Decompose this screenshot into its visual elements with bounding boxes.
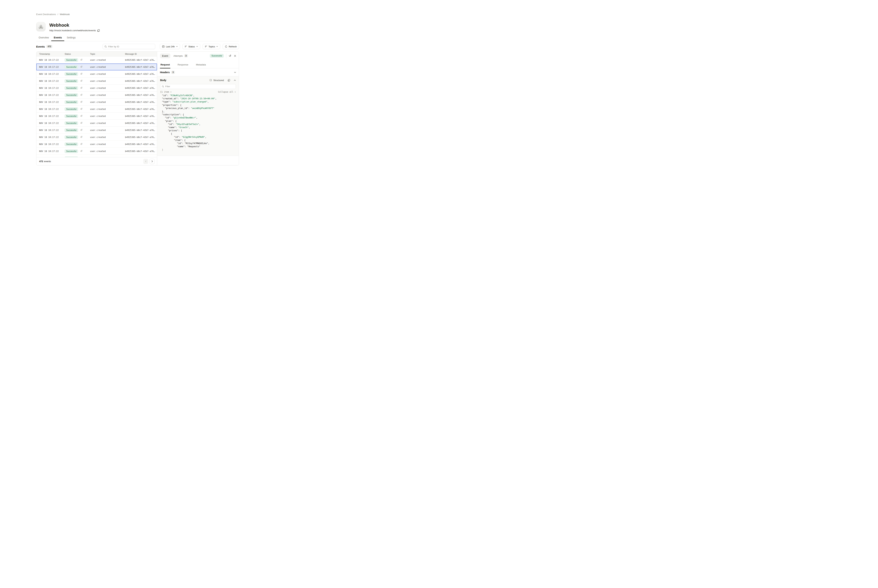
json-value: "MJ2oy747MNQXELAo" [185,142,208,145]
row-timestamp: NOV 18 10:17:22 [36,94,65,96]
table-row[interactable]: NOV 18 10:17:22 Successful ↺ user.create… [36,155,157,157]
table-row[interactable]: NOV 18 10:17:22 Successful ↺ user.create… [36,141,157,148]
table-row[interactable]: NOV 18 10:17:22 Successful ↺ user.create… [36,99,157,106]
headers-section[interactable]: Headers 3 [157,68,239,76]
copy-body-icon[interactable] [228,79,230,81]
table-row[interactable]: NOV 18 10:17:22 Successful ↺ user.create… [36,134,157,141]
structured-view-toggle[interactable]: {} Structured [209,79,224,82]
page-tab[interactable]: Settings [64,35,78,41]
events-table: Timestamp Status Topic Message ID NOV 18… [36,52,157,165]
json-line[interactable]: "previous_plan_id": "aezmBVpPksWVY6FT" [160,106,236,110]
item-count-toggle[interactable]: {1 item ↑ [160,91,171,93]
retry-icon[interactable]: ↺ [80,143,83,146]
retry-icon[interactable]: ↺ [80,101,83,104]
json-line[interactable]: "name": "Growth", [160,126,236,129]
table-row[interactable]: NOV 18 10:17:22 Successful ↺ user.create… [36,112,157,120]
page-tab[interactable]: Events [51,35,64,41]
row-message-id: b4925365-b8cf-42b7-a76… [125,94,157,96]
chevron-down-icon [196,46,198,47]
row-message-id: b4925365-b8cf-42b7-a76… [125,59,157,61]
row-timestamp: NOV 18 10:17:22 [36,59,65,61]
pagination-next-button[interactable] [150,159,155,164]
topics-filter-button[interactable]: Topics [203,44,220,49]
pagination-prev-button[interactable] [143,159,148,164]
detail-tab[interactable]: Metadata [195,63,206,68]
json-line[interactable]: "plan": { [160,120,236,123]
json-line[interactable]: "prices": [ [160,129,236,132]
webhook-events-page: Event Destinations / Webhook Webhook htt… [0,0,275,178]
close-icon[interactable] [234,55,236,57]
event-tab[interactable]: Event [160,54,170,58]
body-filter-input[interactable] [160,84,236,89]
search-icon [104,45,107,48]
table-row[interactable]: NOV 18 10:17:22 Successful ↺ user.create… [36,78,157,85]
copy-url-icon[interactable] [97,29,100,32]
chevron-down-icon[interactable] [234,72,236,73]
row-timestamp: NOV 18 10:17:22 [36,87,65,89]
json-viewer: "id": "P2NoRtyZoTc46X3B","created_at": "… [160,94,236,152]
table-row[interactable]: NOV 18 10:17:22 Successful ↺ user.create… [36,148,157,155]
json-line[interactable]: "id": "MJ2oy747MNQXELAo", [160,142,236,145]
table-row[interactable]: NOV 18 10:17:22 Successful ↺ user.create… [36,127,157,134]
json-line[interactable]: "subscription": { [160,113,236,116]
table-row[interactable]: NOV 18 10:17:22 Successful ↺ user.create… [36,106,157,112]
json-line[interactable]: "item": { [160,139,236,142]
retry-icon[interactable]: ↺ [80,122,83,124]
collapse-all-button[interactable]: Collapse all ↑ [218,91,236,93]
filter-by-id-input[interactable] [102,44,155,49]
retry-icon[interactable]: ↺ [80,108,83,110]
column-header-status: Status [65,53,90,55]
json-line[interactable]: "type": "subscription.plan_changed", [160,100,236,104]
retry-icon[interactable]: ↺ [80,94,83,96]
filter-by-id-field[interactable] [108,45,153,48]
retry-icon[interactable]: ↺ [80,150,83,153]
table-row[interactable]: NOV 18 10:17:22 Successful ↺ user.create… [36,57,157,63]
table-row[interactable]: NOV 18 10:17:22 Successful ↺ user.create… [36,120,157,127]
retry-icon[interactable]: ↺ [80,66,83,68]
json-line[interactable]: "id": "gSjvn6eQTBewNWcr", [160,116,236,119]
table-row[interactable]: NOV 18 10:17:22 Successful ↺ user.create… [36,92,157,99]
detail-header: Event Attempts 3 Successful ↺ [157,52,239,60]
retry-icon[interactable]: ↺ [80,80,83,82]
retry-event-icon[interactable]: ↺ [229,54,231,57]
status-filter-button[interactable]: Status [182,44,200,49]
retry-icon[interactable]: ↺ [80,115,83,117]
time-range-button[interactable]: Last 24h [160,44,180,49]
retry-icon[interactable]: ↺ [80,136,83,138]
detail-tab[interactable]: Response [177,63,189,68]
table-row[interactable]: NOV 18 10:17:22 Successful ↺ user.create… [36,70,157,78]
json-line[interactable]: "properties": { [160,104,236,106]
retry-icon[interactable]: ↺ [80,87,83,89]
row-message-id: b4925365-b8cf-42b7-a76… [125,129,157,131]
status-badge: Successful [65,58,78,62]
json-line[interactable]: { [160,132,236,135]
page-tab[interactable]: Overview [36,35,51,41]
status-badge: Successful [65,72,78,76]
body-filter-field[interactable] [165,85,234,88]
breadcrumb-event-destinations[interactable]: Event Destinations [36,13,56,16]
breadcrumb-webhook[interactable]: Webhook [60,13,70,16]
retry-icon[interactable]: ↺ [80,129,83,131]
detail-tab[interactable]: Request [160,63,170,68]
row-topic: user.created [90,136,125,138]
table-row[interactable]: NOV 18 10:17:22 Successful ↺ user.create… [36,85,157,92]
json-line[interactable]: "id": "P2NoRtyZoTc46X3B", [160,94,236,97]
row-timestamp: NOV 18 10:17:22 [36,115,65,117]
event-status-badge: Successful [210,54,224,57]
json-line[interactable]: "id": "QJgg9WrS4vyQPNdR", [160,135,236,139]
events-toolbar: Events 472 Last 24h [36,44,239,49]
row-timestamp: NOV 18 10:17:22 [36,150,65,153]
table-row[interactable]: NOV 18 10:17:22 Successful ↺ user.create… [36,63,157,70]
json-line[interactable]: "name": "Requests" [160,145,236,148]
row-topic: user.created [90,129,125,131]
attempts-tab[interactable]: Attempts 3 [173,54,188,57]
row-timestamp: NOV 18 10:17:22 [36,136,65,138]
json-line[interactable]: "created_at": "2024-10-10T09:15:50+00:00… [160,97,236,100]
json-line[interactable]: "id": "5HycQYuqK3eF5a2v", [160,123,236,126]
json-line[interactable]: } [160,148,236,151]
chevron-up-icon[interactable] [234,80,236,81]
refresh-button[interactable]: Refresh [223,44,239,49]
retry-icon[interactable]: ↺ [80,73,83,75]
json-line[interactable]: }, [160,110,236,113]
retry-icon[interactable]: ↺ [80,58,83,61]
